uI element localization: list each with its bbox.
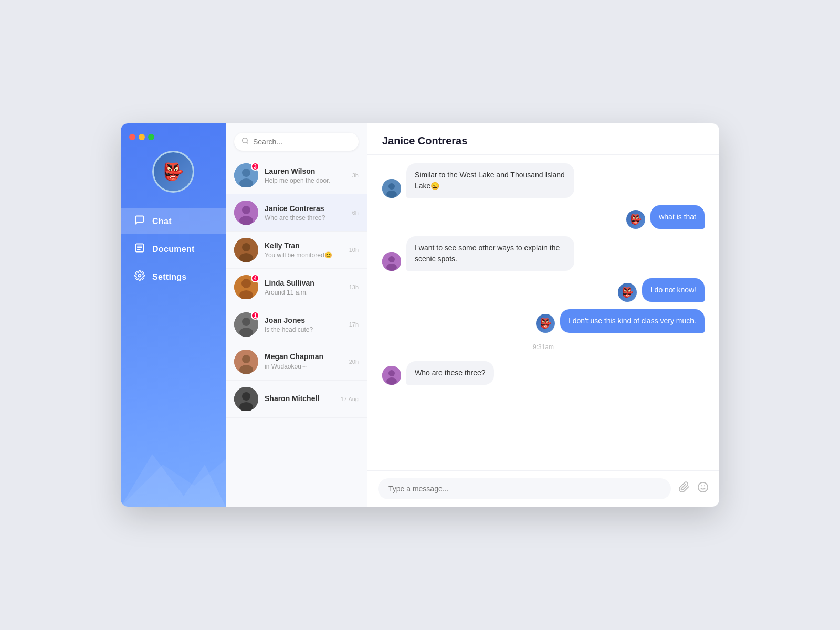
contact-time: 10h xyxy=(349,247,359,253)
chat-contact-name: Janice Contreras xyxy=(382,135,705,147)
contact-time: 13h xyxy=(349,284,359,290)
svg-point-1 xyxy=(139,275,141,277)
contact-info: Janice Contreras Who are these three? xyxy=(265,204,346,222)
contact-item[interactable]: 3 Lauren Wilson Help me open the door. 3… xyxy=(226,157,367,194)
sidebar-item-document[interactable]: Document xyxy=(121,236,226,262)
contact-info: Megan Chapman in Wudaokou～ xyxy=(265,352,343,371)
svg-point-29 xyxy=(386,191,397,198)
contact-item[interactable]: 1 Joan Jones Is the head cute? 17h xyxy=(226,306,367,343)
sidebar: 👺 Chat Document xyxy=(121,123,226,507)
sidebar-item-chat[interactable]: Chat xyxy=(121,208,226,234)
svg-point-35 xyxy=(386,377,397,385)
svg-point-31 xyxy=(388,256,395,262)
settings-label: Settings xyxy=(152,272,187,282)
contact-item[interactable]: Kelly Tran You will be monitored😊 10h xyxy=(226,232,367,269)
svg-point-19 xyxy=(242,318,250,326)
contact-name: Linda Sullivan xyxy=(265,279,343,287)
user-avatar[interactable]: 👺 xyxy=(152,151,194,193)
contact-preview: Is the head cute? xyxy=(265,326,343,333)
svg-point-10 xyxy=(242,206,250,214)
avatar-image: 👺 xyxy=(154,152,193,191)
message-bubble: I want to see some other ways to explain… xyxy=(406,236,574,271)
svg-point-16 xyxy=(242,279,251,288)
svg-point-28 xyxy=(388,183,395,190)
nav-items: Chat Document Settings xyxy=(121,208,226,290)
message-bubble: what is that xyxy=(650,205,705,229)
chat-header: Janice Contreras xyxy=(368,123,719,155)
contact-avatar-wrap xyxy=(234,238,258,262)
contact-avatar-wrap xyxy=(234,387,258,411)
message-avatar xyxy=(382,252,401,271)
chat-input-area xyxy=(368,470,719,507)
contact-name: Megan Chapman xyxy=(265,352,343,361)
emoji-icon[interactable] xyxy=(697,481,709,496)
contact-time: 20h xyxy=(349,359,359,365)
svg-point-13 xyxy=(242,243,250,251)
document-icon xyxy=(133,243,146,256)
document-label: Document xyxy=(152,245,195,254)
unread-badge: 3 xyxy=(251,162,259,171)
svg-point-32 xyxy=(386,264,397,271)
contact-avatar-wrap: 1 xyxy=(234,312,258,337)
traffic-lights xyxy=(121,134,154,140)
close-button[interactable] xyxy=(129,134,135,140)
message-bubble: Who are these three? xyxy=(406,361,494,385)
sidebar-item-settings[interactable]: Settings xyxy=(121,264,226,290)
message-bubble: I do not know! xyxy=(642,278,705,302)
contact-list: 3 Lauren Wilson Help me open the door. 3… xyxy=(226,123,368,507)
contact-time: 17 Aug xyxy=(341,396,359,402)
contact-time: 6h xyxy=(352,209,359,216)
time-divider: 9:31am xyxy=(382,343,705,351)
attachment-icon[interactable] xyxy=(678,481,690,496)
contact-avatar xyxy=(234,238,258,262)
search-input[interactable] xyxy=(253,138,351,146)
chat-icon xyxy=(133,215,146,228)
contact-avatar-wrap: 4 xyxy=(234,275,258,299)
svg-point-22 xyxy=(242,355,250,363)
svg-point-34 xyxy=(388,370,395,376)
svg-point-36 xyxy=(698,482,708,492)
message-row: I want to see some other ways to explain… xyxy=(382,236,705,271)
message-input[interactable] xyxy=(378,478,671,499)
message-avatar: 👺 xyxy=(626,210,645,229)
app-window: 👺 Chat Document xyxy=(121,123,719,507)
contact-name: Joan Jones xyxy=(265,316,343,324)
contact-preview: You will be monitored😊 xyxy=(265,251,343,259)
contact-name: Janice Contreras xyxy=(265,204,346,213)
contact-avatar xyxy=(234,350,258,374)
contact-info: Linda Sullivan Around 11 a.m. xyxy=(265,279,343,296)
contact-name: Kelly Tran xyxy=(265,242,343,250)
contacts-list: 3 Lauren Wilson Help me open the door. 3… xyxy=(226,157,367,507)
maximize-button[interactable] xyxy=(148,134,154,140)
contact-avatar-wrap: 3 xyxy=(234,163,258,187)
contact-item[interactable]: Megan Chapman in Wudaokou～ 20h xyxy=(226,343,367,381)
mountain-decoration xyxy=(121,423,226,507)
contact-info: Kelly Tran You will be monitored😊 xyxy=(265,242,343,259)
contact-info: Sharon Mitchell xyxy=(265,394,334,404)
message-row: I don't use this kind of class very much… xyxy=(382,309,705,333)
contact-name: Lauren Wilson xyxy=(265,167,346,175)
contact-preview: Help me open the door. xyxy=(265,177,346,184)
messages: Similar to the West Lake and Thousand Is… xyxy=(368,155,719,470)
contact-avatar-wrap xyxy=(234,350,258,374)
chat-area: Janice Contreras Similar to the West Lak… xyxy=(368,123,719,507)
contact-name: Sharon Mitchell xyxy=(265,394,334,403)
unread-badge: 1 xyxy=(251,311,259,320)
minimize-button[interactable] xyxy=(139,134,145,140)
contact-item[interactable]: Janice Contreras Who are these three? 6h xyxy=(226,194,367,232)
message-row: I do not know! 👺 xyxy=(382,278,705,302)
chat-label: Chat xyxy=(152,217,172,226)
message-row: Similar to the West Lake and Thousand Is… xyxy=(382,163,705,198)
contact-item[interactable]: 4 Linda Sullivan Around 11 a.m. 13h xyxy=(226,269,367,306)
message-row: Who are these three? xyxy=(382,361,705,385)
svg-point-7 xyxy=(242,169,250,177)
svg-point-25 xyxy=(242,392,250,401)
message-avatar: 👺 xyxy=(618,283,637,302)
contact-info: Joan Jones Is the head cute? xyxy=(265,316,343,333)
search-bar xyxy=(226,123,367,157)
search-icon xyxy=(242,137,249,146)
settings-icon xyxy=(133,270,146,284)
contact-item[interactable]: Sharon Mitchell 17 Aug xyxy=(226,381,367,418)
contact-avatar xyxy=(234,387,258,411)
search-wrap[interactable] xyxy=(234,133,359,151)
